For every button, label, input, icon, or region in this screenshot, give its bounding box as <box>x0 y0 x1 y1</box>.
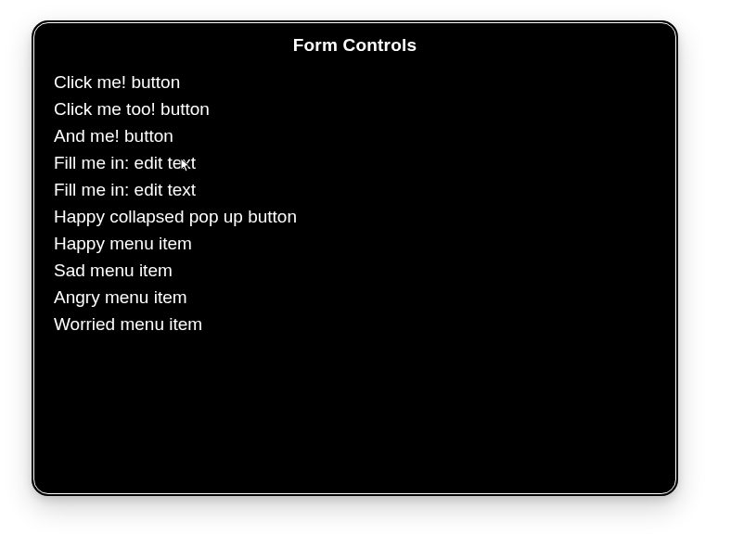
popup-button-happy[interactable]: Happy collapsed pop up button <box>54 203 656 230</box>
button-and-me[interactable]: And me! button <box>54 122 656 149</box>
panel-title: Form Controls <box>54 35 656 56</box>
button-click-me-too[interactable]: Click me too! button <box>54 95 656 122</box>
edit-text-fill-me-in-2[interactable]: Fill me in: edit text <box>54 176 656 203</box>
edit-text-fill-me-in-1[interactable]: Fill me in: edit text <box>54 149 656 176</box>
button-click-me[interactable]: Click me! button <box>54 69 656 95</box>
menu-item-angry[interactable]: Angry menu item <box>54 284 656 311</box>
menu-item-sad[interactable]: Sad menu item <box>54 257 656 284</box>
menu-item-happy[interactable]: Happy menu item <box>54 230 656 257</box>
form-controls-panel: Form Controls Click me! button Click me … <box>32 20 678 496</box>
accessibility-tree-list: Click me! button Click me too! button An… <box>54 69 656 337</box>
menu-item-worried[interactable]: Worried menu item <box>54 311 656 337</box>
